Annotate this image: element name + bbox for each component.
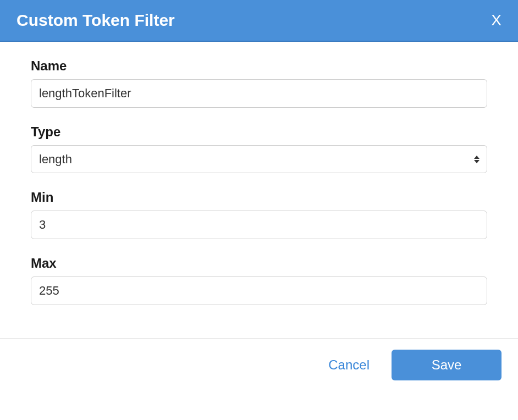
min-field-group: Min [31, 190, 487, 239]
type-field-group: Type length [31, 124, 487, 173]
max-field-group: Max [31, 256, 487, 305]
modal-title: Custom Token Filter [16, 11, 175, 30]
close-icon[interactable]: X [491, 13, 502, 28]
custom-token-filter-modal: Custom Token Filter X Name Type length M… [0, 0, 518, 389]
type-label: Type [31, 124, 487, 140]
type-select-wrapper: length [31, 145, 487, 173]
save-button[interactable]: Save [392, 350, 502, 380]
max-label: Max [31, 256, 487, 271]
name-label: Name [31, 58, 487, 74]
type-select[interactable]: length [31, 145, 487, 173]
modal-header: Custom Token Filter X [0, 0, 518, 42]
max-input[interactable] [31, 277, 487, 305]
modal-footer: Cancel Save [0, 338, 518, 389]
min-label: Min [31, 190, 487, 205]
min-input[interactable] [31, 211, 487, 239]
cancel-button[interactable]: Cancel [323, 351, 375, 379]
name-input[interactable] [31, 79, 487, 108]
name-field-group: Name [31, 58, 487, 108]
modal-body: Name Type length Min Max [0, 42, 518, 338]
